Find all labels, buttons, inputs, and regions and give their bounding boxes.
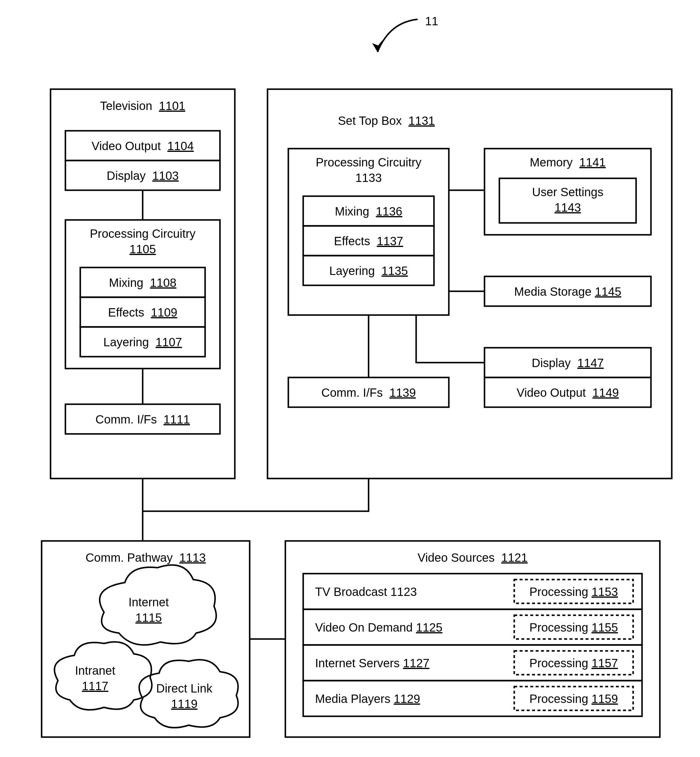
figure-ref-arrow: 11 bbox=[372, 14, 438, 52]
source-row-2-label: Internet Servers 1127 bbox=[315, 657, 430, 670]
stb-processing-title: Processing Circuitry bbox=[316, 156, 422, 169]
stb-videooutput-label: Video Output 1149 bbox=[517, 386, 619, 399]
stb-usersettings-label: User Settings bbox=[532, 186, 603, 198]
tv-processing-ref: 1105 bbox=[130, 242, 156, 256]
internet-cloud: Internet 1115 bbox=[100, 565, 216, 645]
stb-usersettings-ref: 1143 bbox=[555, 201, 581, 214]
tv-layering-label: Layering 1107 bbox=[103, 336, 182, 349]
source-row-1-proc: Processing 1155 bbox=[530, 621, 618, 634]
internet-ref: 1115 bbox=[136, 611, 162, 624]
stb-processing-ref: 1133 bbox=[356, 171, 382, 184]
internet-label: Internet bbox=[128, 596, 169, 609]
diagram-canvas: 11 Television 1101 Video Output 1104 Dis… bbox=[0, 0, 700, 757]
stb-title: Set Top Box 1131 bbox=[338, 114, 435, 127]
video-sources-block: Video Sources 1121 TV Broadcast 1123 Pro… bbox=[285, 541, 660, 737]
stb-layering-label: Layering 1135 bbox=[329, 264, 408, 277]
tv-display-label: Display 1103 bbox=[107, 169, 179, 182]
tv-video-output-label: Video Output 1104 bbox=[92, 139, 194, 153]
svg-rect-11 bbox=[267, 89, 672, 479]
tv-mixing-label: Mixing 1108 bbox=[109, 276, 177, 289]
svg-rect-17 bbox=[499, 178, 636, 223]
figure-ref-label: 11 bbox=[425, 14, 438, 28]
stb-mixing-label: Mixing 1136 bbox=[335, 205, 403, 218]
sources-title: Video Sources 1121 bbox=[418, 551, 528, 564]
settopbox-block: Set Top Box 1131 Processing Circuitry 11… bbox=[267, 89, 672, 479]
pathway-title: Comm. Pathway 1113 bbox=[86, 551, 206, 564]
stb-display-label: Display 1147 bbox=[532, 356, 604, 370]
comm-pathway-block: Comm. Pathway 1113 Internet 1115 Intrane… bbox=[42, 541, 250, 737]
svg-rect-25 bbox=[42, 541, 250, 737]
source-row-1-label: Video On Demand 1125 bbox=[315, 621, 442, 634]
tv-effects-label: Effects 1109 bbox=[108, 306, 177, 319]
stb-mediastorage-label: Media Storage 1145 bbox=[514, 285, 621, 298]
tv-commifs-label: Comm. I/Fs 1111 bbox=[95, 413, 190, 426]
television-block: Television 1101 Video Output 1104 Displa… bbox=[50, 89, 235, 479]
source-row-2-proc: Processing 1157 bbox=[530, 657, 618, 670]
intranet-label: Intranet bbox=[75, 664, 115, 677]
television-title: Television 1101 bbox=[100, 99, 186, 112]
stb-memory-title: Memory 1141 bbox=[530, 156, 606, 169]
stb-commifs-label: Comm. I/Fs 1139 bbox=[321, 386, 416, 399]
directlink-ref: 1119 bbox=[171, 697, 198, 710]
source-row-0-proc: Processing 1153 bbox=[530, 585, 618, 598]
directlink-cloud: Direct Link 1119 bbox=[139, 660, 238, 728]
directlink-label: Direct Link bbox=[156, 682, 213, 695]
source-row-0-label: TV Broadcast 1123 bbox=[315, 585, 417, 598]
tv-processing-title: Processing Circuitry bbox=[90, 227, 195, 240]
intranet-ref: 1117 bbox=[82, 679, 108, 693]
source-row-3-label: Media Players 1129 bbox=[315, 692, 420, 705]
stb-effects-label: Effects 1137 bbox=[334, 234, 403, 248]
source-row-3-proc: Processing 1159 bbox=[530, 692, 618, 705]
intranet-cloud: Intranet 1117 bbox=[55, 642, 152, 710]
